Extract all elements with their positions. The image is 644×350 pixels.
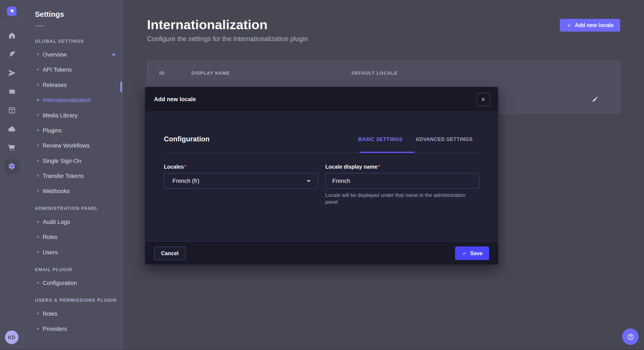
locales-label: Locales* bbox=[164, 164, 318, 170]
configuration-heading: Configuration bbox=[164, 135, 210, 144]
settings-tabs: BASIC SETTINGSADVANCED SETTINGS bbox=[352, 137, 480, 144]
locales-select[interactable]: French (fr) bbox=[164, 173, 318, 189]
tab-advanced-settings[interactable]: ADVANCED SETTINGS bbox=[409, 137, 480, 144]
display-name-label: Locale display name* bbox=[325, 164, 479, 170]
divider bbox=[164, 153, 479, 153]
check-icon bbox=[462, 250, 467, 256]
modal-footer: Cancel Save bbox=[145, 241, 498, 265]
modal-body: Configuration BASIC SETTINGSADVANCED SET… bbox=[145, 112, 498, 241]
modal-header: Add new locale bbox=[145, 87, 498, 112]
cancel-button[interactable]: Cancel bbox=[154, 246, 186, 260]
close-modal-button[interactable] bbox=[476, 93, 490, 106]
display-name-input[interactable] bbox=[325, 173, 479, 189]
required-asterisk: * bbox=[378, 164, 380, 170]
save-button[interactable]: Save bbox=[455, 246, 489, 260]
close-icon bbox=[480, 97, 486, 102]
add-locale-modal: Add new locale Configuration BASIC SETTI… bbox=[145, 87, 498, 265]
required-asterisk: * bbox=[184, 164, 186, 170]
locales-select-value: French (fr) bbox=[172, 177, 199, 184]
modal-title: Add new locale bbox=[154, 96, 196, 103]
display-name-field: Locale display name* Locale will be disp… bbox=[325, 164, 479, 206]
active-tab-indicator bbox=[359, 152, 414, 153]
screen: KD Settings GLOBAL SETTINGSOverviewAPI T… bbox=[0, 0, 644, 350]
chevron-down-icon bbox=[306, 179, 311, 182]
locales-field: Locales* French (fr) bbox=[164, 164, 318, 206]
display-name-hint: Locale will be displayed under that name… bbox=[325, 192, 478, 206]
tab-basic-settings[interactable]: BASIC SETTINGS bbox=[352, 137, 409, 144]
